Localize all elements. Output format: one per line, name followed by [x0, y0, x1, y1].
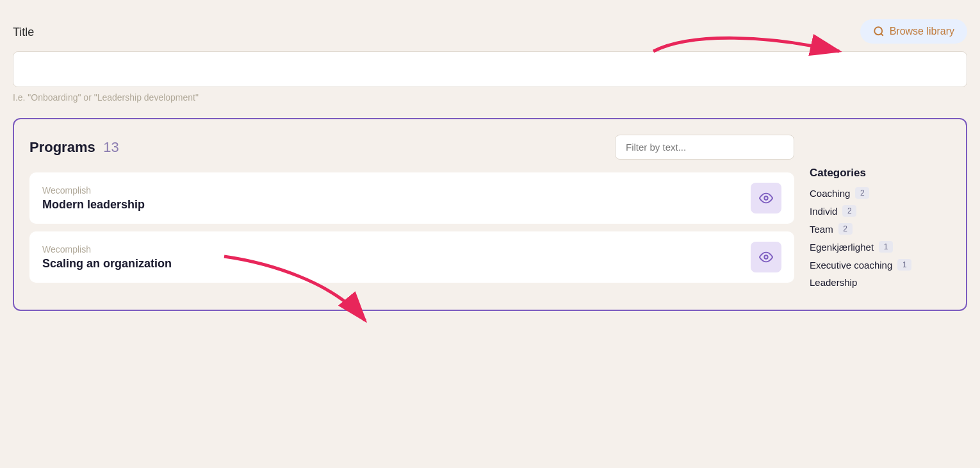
- program-provider: Wecomplish: [42, 244, 172, 255]
- programs-main: Programs 13 Wecomplish Modern leadership: [29, 135, 794, 294]
- program-provider: Wecomplish: [42, 185, 145, 196]
- category-badge: 2: [838, 223, 853, 235]
- title-input[interactable]: [13, 51, 967, 87]
- program-card: Wecomplish Scaling an organization: [29, 231, 794, 283]
- program-name: Modern leadership: [42, 198, 145, 212]
- category-label: Coaching: [810, 188, 850, 199]
- program-card-info: Wecomplish Modern leadership: [42, 185, 145, 212]
- programs-heading: Programs: [29, 139, 95, 155]
- programs-section: Programs 13 Wecomplish Modern leadership: [13, 118, 967, 311]
- program-card-info: Wecomplish Scaling an organization: [42, 244, 172, 271]
- category-badge: 2: [842, 205, 856, 217]
- svg-point-0: [874, 27, 882, 35]
- svg-point-2: [764, 196, 768, 200]
- category-badge: 1: [897, 259, 911, 271]
- program-card: Wecomplish Modern leadership: [29, 172, 794, 224]
- categories-sidebar: Categories Coaching 2 Individ 2 Team 2 E…: [810, 135, 951, 294]
- category-label: Team: [810, 224, 833, 235]
- categories-heading: Categories: [810, 167, 951, 180]
- category-item: Team 2: [810, 223, 951, 235]
- category-item: Leadership: [810, 277, 951, 288]
- eye-icon: [759, 250, 773, 264]
- svg-point-3: [764, 255, 768, 259]
- category-label: Leadership: [810, 277, 857, 288]
- category-label: Executive coaching: [810, 260, 892, 271]
- category-badge: 2: [855, 187, 869, 199]
- programs-header: Programs 13: [29, 135, 794, 160]
- category-item: Coaching 2: [810, 187, 951, 199]
- eye-icon: [759, 191, 773, 205]
- category-item: Executive coaching 1: [810, 259, 951, 271]
- title-input-hint: I.e. "Onboarding" or "Leadership develop…: [13, 92, 967, 103]
- category-badge: 1: [879, 241, 893, 253]
- program-name: Scaling an organization: [42, 257, 172, 271]
- eye-button[interactable]: [751, 242, 781, 272]
- programs-title-container: Programs 13: [29, 139, 119, 156]
- programs-count: 13: [103, 139, 118, 155]
- eye-button[interactable]: [751, 183, 781, 213]
- svg-line-1: [881, 33, 883, 35]
- category-label: Egenkjærlighet: [810, 242, 874, 253]
- title-section: Title Browse library: [13, 19, 967, 44]
- category-label: Individ: [810, 206, 837, 217]
- browse-library-button[interactable]: Browse library: [860, 19, 967, 44]
- browse-library-label: Browse library: [890, 26, 954, 37]
- category-item: Egenkjærlighet 1: [810, 241, 951, 253]
- field-label: Title: [13, 19, 34, 39]
- filter-input[interactable]: [615, 135, 794, 160]
- category-item: Individ 2: [810, 205, 951, 217]
- search-icon: [873, 26, 885, 37]
